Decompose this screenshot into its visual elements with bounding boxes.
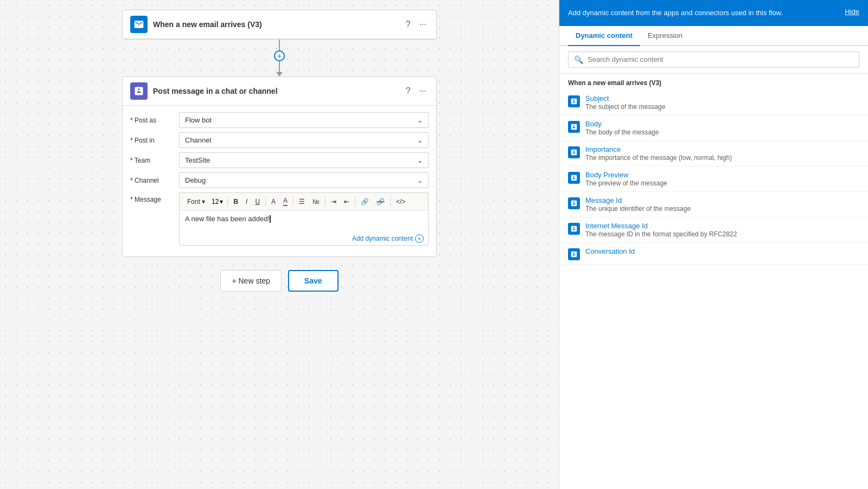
- dynamic-item[interactable]: Message Id The unique identifier of the …: [559, 192, 868, 217]
- dynamic-item[interactable]: Body The body of the message: [559, 115, 868, 141]
- trigger-more-btn[interactable]: ···: [417, 18, 429, 30]
- color-btn[interactable]: A: [280, 195, 291, 208]
- trigger-icon: [130, 16, 148, 33]
- dynamic-item-name-5: Internet Message Id: [585, 222, 859, 230]
- panel-tabs: Dynamic content Expression: [559, 26, 868, 46]
- panel-info-bar: Add dynamic content from the apps and co…: [559, 0, 868, 26]
- action-title: Post message in a chat or channel: [153, 87, 404, 95]
- unlink-icon: 🔗: [376, 198, 385, 205]
- dynamic-item-text-5: Internet Message Id The message ID in th…: [585, 222, 859, 238]
- italic-btn[interactable]: I: [242, 196, 251, 207]
- numbered-list-icon: №: [312, 198, 320, 205]
- action-header: Post message in a chat or channel ? ···: [123, 77, 436, 106]
- dynamic-item-desc-2: The importance of the message (low, norm…: [585, 154, 859, 162]
- add-dynamic-content-btn[interactable]: Add dynamic content +: [180, 232, 428, 245]
- message-text-content[interactable]: A new file has been added!: [180, 210, 428, 232]
- trigger-header: When a new email arrives (V3) ? ···: [123, 10, 436, 39]
- dynamic-item-desc-5: The message ID in the format specified b…: [585, 230, 859, 238]
- dynamic-item[interactable]: Body Preview The preview of the message: [559, 166, 868, 192]
- dynamic-item-name-2: Importance: [585, 145, 859, 153]
- save-btn[interactable]: Save: [288, 270, 339, 292]
- unlink-btn[interactable]: 🔗: [373, 196, 388, 207]
- action-help-btn[interactable]: ?: [404, 85, 413, 97]
- dynamic-item-text-2: Importance The importance of the message…: [585, 145, 859, 162]
- channel-value: Debug: [185, 176, 206, 184]
- code-icon: </>: [396, 198, 405, 205]
- connector-arrow-1: [276, 72, 283, 76]
- flow-canvas: When a new email arrives (V3) ? ··· + Po…: [0, 0, 559, 489]
- dynamic-item-icon-1: [568, 121, 580, 133]
- dynamic-item-icon-2: [568, 146, 580, 158]
- dynamic-item[interactable]: Subject The subject of the message: [559, 90, 868, 115]
- message-editor[interactable]: Font ▾ 12 ▾ B I: [179, 192, 429, 246]
- add-step-btn-1[interactable]: +: [274, 50, 285, 61]
- toolbar-sep-1: [227, 197, 228, 206]
- indent-btn[interactable]: ⇥: [328, 196, 340, 207]
- color-icon: A: [283, 197, 288, 206]
- post-as-dropdown[interactable]: Flow bot ⌄: [179, 112, 429, 128]
- outdent-btn[interactable]: ⇤: [341, 196, 353, 207]
- dynamic-item[interactable]: Conversation Id: [559, 243, 868, 265]
- bullet-list-icon: ☰: [299, 198, 305, 205]
- message-text: A new file has been added!: [185, 215, 270, 223]
- action-more-btn[interactable]: ···: [417, 85, 429, 97]
- bold-icon: B: [233, 198, 238, 205]
- post-in-dropdown[interactable]: Channel ⌄: [179, 132, 429, 148]
- tab-expression[interactable]: Expression: [640, 26, 690, 46]
- trigger-card: When a new email arrives (V3) ? ···: [122, 10, 437, 40]
- post-in-chevron: ⌄: [417, 137, 423, 144]
- connector-1: +: [274, 40, 285, 76]
- dynamic-item-icon-5: [568, 223, 580, 235]
- link-btn[interactable]: 🔗: [358, 196, 372, 207]
- font-size-dropdown[interactable]: 12 ▾: [209, 196, 225, 207]
- size-chevron-icon: ▾: [220, 198, 223, 205]
- link-icon: 🔗: [361, 198, 369, 205]
- underline-icon: U: [255, 198, 260, 205]
- add-dynamic-plus-icon: +: [415, 234, 424, 243]
- add-dynamic-label: Add dynamic content: [352, 235, 413, 242]
- trigger-help-btn[interactable]: ?: [404, 18, 413, 30]
- code-btn[interactable]: </>: [393, 196, 409, 207]
- font-dropdown-btn[interactable]: Font ▾: [184, 196, 208, 207]
- font-size-value: 12: [212, 198, 219, 205]
- team-label: * Team: [130, 157, 179, 164]
- bullet-list-btn[interactable]: ☰: [296, 196, 308, 207]
- team-dropdown[interactable]: TestSite ⌄: [179, 152, 429, 168]
- dynamic-item-text-6: Conversation Id: [585, 247, 859, 255]
- panel-hide-btn[interactable]: Hide: [845, 8, 859, 16]
- dynamic-item-icon-6: [568, 248, 580, 260]
- dynamic-item-text-3: Body Preview The preview of the message: [585, 171, 859, 187]
- dynamic-item-name-4: Message Id: [585, 196, 859, 204]
- dynamic-item-text-1: Body The body of the message: [585, 120, 859, 136]
- text-cursor: [270, 215, 271, 223]
- dynamic-item-desc-3: The preview of the message: [585, 179, 859, 187]
- highlight-btn[interactable]: A: [268, 196, 279, 207]
- search-input[interactable]: [588, 55, 853, 63]
- bottom-actions: + New step Save: [220, 270, 338, 292]
- post-in-row: * Post in Channel ⌄: [130, 132, 429, 148]
- dynamic-item-desc-0: The subject of the message: [585, 103, 859, 111]
- dynamic-item[interactable]: Importance The importance of the message…: [559, 141, 868, 166]
- post-in-value: Channel: [185, 136, 211, 144]
- channel-dropdown[interactable]: Debug ⌄: [179, 172, 429, 188]
- new-step-btn[interactable]: + New step: [220, 270, 281, 292]
- dynamic-item-icon-4: [568, 197, 580, 209]
- dynamic-item-desc-4: The unique identifier of the message: [585, 205, 859, 213]
- dynamic-item-name-6: Conversation Id: [585, 247, 859, 255]
- team-chevron: ⌄: [417, 157, 423, 164]
- bold-btn[interactable]: B: [230, 196, 241, 207]
- toolbar-sep-5: [355, 197, 355, 206]
- tab-dynamic-content[interactable]: Dynamic content: [568, 26, 640, 46]
- underline-btn[interactable]: U: [252, 196, 263, 207]
- numbered-list-btn[interactable]: №: [309, 196, 323, 207]
- dynamic-content-panel: Add dynamic content from the apps and co…: [559, 0, 868, 489]
- panel-info-text: Add dynamic content from the apps and co…: [568, 8, 838, 18]
- toolbar-sep-2: [265, 197, 266, 206]
- dynamic-item-name-3: Body Preview: [585, 171, 859, 179]
- dynamic-item-name-1: Body: [585, 120, 859, 128]
- dynamic-item[interactable]: Internet Message Id The message ID in th…: [559, 217, 868, 243]
- channel-chevron: ⌄: [417, 177, 423, 184]
- font-label: Font: [187, 198, 200, 205]
- panel-search-area: 🔍: [559, 46, 868, 74]
- outdent-icon: ⇤: [344, 198, 349, 205]
